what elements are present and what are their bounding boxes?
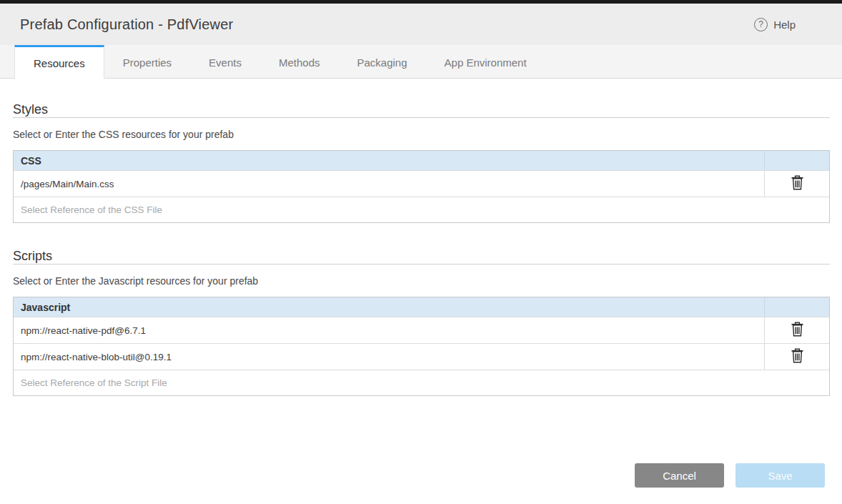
tab-resources[interactable]: Resources	[14, 45, 104, 79]
cancel-button[interactable]: Cancel	[635, 463, 724, 488]
css-reference-input[interactable]	[14, 197, 829, 222]
help-button[interactable]: ? Help	[754, 18, 796, 31]
script-row-action-cell	[764, 344, 829, 370]
scripts-section-heading: Scripts	[13, 249, 830, 265]
trash-icon	[791, 175, 804, 192]
tab-packaging[interactable]: Packaging	[338, 45, 425, 78]
script-resource-value[interactable]: npm://react-native-pdf@6.7.1	[14, 317, 764, 343]
script-resource-value[interactable]: npm://react-native-blob-util@0.19.1	[14, 344, 764, 370]
css-resources-table: CSS /pages/Main/Main.css	[13, 150, 830, 223]
styles-section-heading: Styles	[13, 102, 830, 118]
prefab-config-dialog: Prefab Configuration - PdfViewer ? Help …	[0, 0, 842, 504]
trash-icon	[791, 322, 804, 339]
script-reference-input[interactable]	[14, 370, 829, 395]
javascript-action-column-header	[764, 297, 829, 317]
tab-app-environment[interactable]: App Environment	[426, 45, 545, 78]
scripts-section-description: Select or Enter the Javascript resources…	[13, 275, 830, 287]
css-column-header: CSS	[14, 155, 764, 167]
dialog-footer: Cancel Save	[635, 463, 825, 488]
table-row: /pages/Main/Main.css	[14, 170, 829, 197]
dialog-header: Prefab Configuration - PdfViewer ? Help	[0, 4, 842, 45]
css-table-header-row: CSS	[14, 151, 829, 170]
javascript-column-header: Javascript	[14, 302, 764, 313]
css-row-action-cell	[764, 171, 829, 197]
table-row	[14, 370, 829, 395]
javascript-resources-table: Javascript npm://react-native-pdf@6.7.1	[13, 297, 830, 396]
resources-tab-content: Styles Select or Enter the CSS resources…	[0, 102, 842, 396]
css-action-column-header	[764, 151, 829, 170]
help-label: Help	[773, 19, 796, 31]
delete-script-resource-button[interactable]	[788, 320, 807, 340]
delete-css-resource-button[interactable]	[788, 174, 807, 194]
tab-bar: Resources Properties Events Methods Pack…	[0, 45, 842, 79]
table-row: npm://react-native-blob-util@0.19.1	[14, 343, 829, 370]
tab-methods[interactable]: Methods	[260, 45, 339, 78]
question-circle-icon: ?	[754, 18, 768, 31]
css-resource-value[interactable]: /pages/Main/Main.css	[14, 171, 764, 197]
table-row	[14, 197, 829, 222]
table-row: npm://react-native-pdf@6.7.1	[14, 317, 829, 343]
save-button[interactable]: Save	[735, 463, 825, 488]
delete-script-resource-button[interactable]	[788, 347, 807, 367]
tab-events[interactable]: Events	[190, 45, 260, 78]
page-title: Prefab Configuration - PdfViewer	[20, 16, 233, 33]
script-row-action-cell	[764, 317, 829, 343]
styles-section-description: Select or Enter the CSS resources for yo…	[13, 129, 830, 140]
trash-icon	[791, 348, 804, 365]
tab-properties[interactable]: Properties	[104, 45, 190, 78]
javascript-table-header-row: Javascript	[14, 297, 829, 317]
